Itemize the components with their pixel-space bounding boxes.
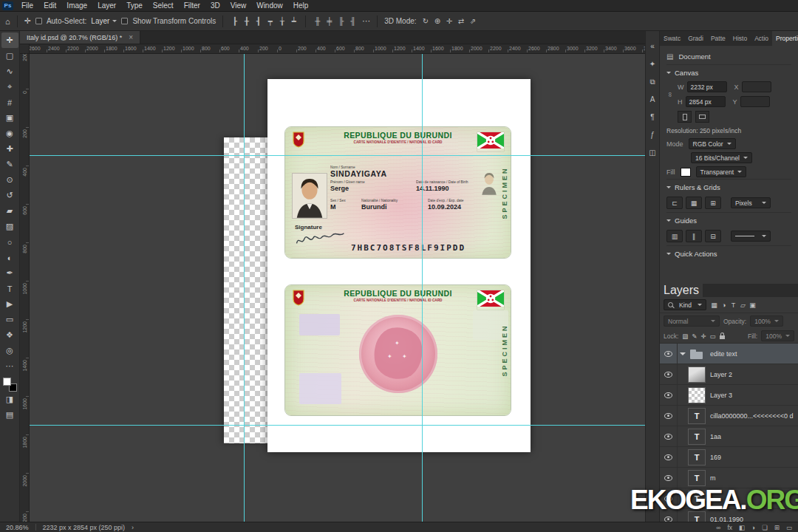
menu-item[interactable]: Window <box>251 0 288 11</box>
lock-transparency-icon[interactable]: ▨ <box>682 332 688 340</box>
more-options-icon[interactable]: ⋯ <box>362 16 370 26</box>
collapse-dock-icon[interactable]: « <box>650 41 655 51</box>
brushes-panel-icon[interactable]: ✦ <box>649 59 655 69</box>
delete-layer-icon[interactable]: ▭ <box>786 524 792 531</box>
visibility-toggle[interactable] <box>660 385 678 405</box>
edit-toolbar-icon[interactable]: ⋯ <box>1 358 18 374</box>
menu-item[interactable]: Filter <box>179 0 205 11</box>
layer-thumbnail[interactable]: T <box>688 470 706 486</box>
layer-thumbnail[interactable]: T <box>688 346 706 362</box>
tab-properties[interactable]: Properties <box>772 31 798 46</box>
horizontal-ruler[interactable]: 2600240022002000180016001400120010008006… <box>30 44 645 54</box>
layer-effects-icon[interactable]: fx <box>727 524 732 531</box>
filter-shape-layers-icon[interactable]: ▱ <box>738 301 748 309</box>
hand-tool[interactable]: ❖ <box>1 327 18 343</box>
pen-tool[interactable]: ✒ <box>1 265 18 281</box>
canvas-viewport[interactable]: 2600240022002000180016001400120010008006… <box>20 44 645 522</box>
eraser-tool[interactable]: ▰ <box>1 203 18 219</box>
distribute-vertical-icon[interactable]: ╪ <box>324 17 334 25</box>
layer-thumbnail[interactable]: T <box>688 429 706 445</box>
layer-row[interactable]: T Layer 3 <box>660 385 798 406</box>
orientation-portrait-button[interactable] <box>678 111 692 123</box>
canvas-height-input[interactable]: 2854 px <box>686 96 726 107</box>
fill-color-swatch[interactable] <box>681 168 691 177</box>
horizontal-guide[interactable] <box>30 155 645 156</box>
layer-name[interactable]: Layer 2 <box>710 371 732 378</box>
adjustment-layer-icon[interactable]: ◑ <box>751 524 755 531</box>
distribute-horizontal-icon[interactable]: ╫ <box>313 17 322 25</box>
layer-name[interactable]: cilla0000000...<<<<<<<<0 d <box>710 412 794 420</box>
move-tool[interactable]: ✛ <box>1 33 18 48</box>
distribute-left-icon[interactable]: ╟ <box>336 17 346 25</box>
toggle-rulers-button[interactable]: ⊏ <box>666 197 683 209</box>
fill-select[interactable]: Transparent <box>696 166 747 177</box>
layer-thumbnail[interactable]: T <box>688 387 706 403</box>
rulers-grids-section-header[interactable]: Rulers & Grids <box>666 179 791 194</box>
visibility-toggle[interactable] <box>660 344 678 364</box>
visibility-toggle[interactable] <box>660 447 678 467</box>
tab-patterns[interactable]: Patte <box>707 31 729 46</box>
layer-row[interactable]: T edite text <box>660 344 798 364</box>
dodge-tool[interactable]: ◐ <box>1 250 18 265</box>
layer-row[interactable]: T 1aa <box>660 426 798 447</box>
vertical-guide[interactable] <box>244 54 245 522</box>
expand-chevron-icon[interactable] <box>678 349 688 358</box>
link-layers-icon[interactable]: ∞ <box>716 524 720 531</box>
type-tool[interactable]: T <box>1 281 18 296</box>
3d-roll-icon[interactable]: ⊕ <box>433 17 443 25</box>
layer-thumbnail[interactable]: T <box>688 366 706 383</box>
screen-mode-icon[interactable]: ▤ <box>1 407 18 423</box>
menu-item[interactable]: Edit <box>38 0 61 11</box>
foreground-background-colors[interactable] <box>3 378 17 392</box>
quick-mask-icon[interactable]: ◨ <box>1 392 18 407</box>
clear-guides-button[interactable]: ⊟ <box>705 230 721 242</box>
clone-source-panel-icon[interactable]: ⧉ <box>649 77 655 86</box>
3d-slide-icon[interactable]: ⇄ <box>457 17 466 25</box>
status-chevron-icon[interactable]: › <box>132 524 134 531</box>
transparent-canvas-area[interactable] <box>224 137 267 443</box>
vertical-guide[interactable] <box>422 54 423 522</box>
menu-item[interactable]: 3D <box>205 0 225 11</box>
horizontal-guide[interactable] <box>30 425 645 426</box>
document-canvas[interactable]: REPUBLIQUE DU BURUNDI CARTE NATIONALE D'… <box>267 79 531 452</box>
guide-layout-button[interactable]: ∥ <box>686 230 702 242</box>
new-layer-icon[interactable]: ⊞ <box>774 524 780 531</box>
tab-actions[interactable]: Actio <box>751 31 772 46</box>
align-bottom-icon[interactable]: ┷ <box>289 17 299 25</box>
bit-depth-select[interactable]: 16 Bits/Channel <box>691 152 752 163</box>
toggle-grid-button[interactable]: ▦ <box>686 197 702 209</box>
guides-section-header[interactable]: Guides <box>666 212 791 228</box>
document-tab[interactable]: Italy id.psd @ 20.7% (RGB/16) * × <box>20 31 140 44</box>
snap-button[interactable]: ⊞ <box>705 197 721 209</box>
tab-layers[interactable]: Layers <box>660 284 703 297</box>
ruler-origin-corner[interactable] <box>20 44 30 54</box>
guide-style-select[interactable] <box>731 231 771 242</box>
color-mode-select[interactable]: RGB Color <box>689 138 736 149</box>
layer-group-icon[interactable]: ❏ <box>762 524 768 531</box>
layer-filter-kind-select[interactable]: Kind <box>664 299 706 310</box>
canvas-section-header[interactable]: Canvas <box>666 64 791 80</box>
visibility-toggle[interactable] <box>660 364 678 384</box>
frame-tool[interactable]: ▣ <box>1 110 18 126</box>
lasso-tool[interactable]: ∿ <box>1 64 18 79</box>
align-right-icon[interactable]: ┨ <box>253 17 263 25</box>
add-guides-button[interactable]: ▥ <box>666 230 683 242</box>
filter-adjustment-layers-icon[interactable]: ◑ <box>719 301 729 309</box>
units-select[interactable]: Pixels <box>731 197 771 208</box>
visibility-toggle[interactable] <box>660 406 678 426</box>
blur-tool[interactable]: ○ <box>1 234 18 250</box>
paragraph-panel-icon[interactable]: ¶ <box>650 112 654 122</box>
layer-thumbnail[interactable]: T <box>688 408 706 424</box>
align-top-icon[interactable]: ┯ <box>265 17 275 25</box>
shape-tool[interactable]: ▭ <box>1 312 18 327</box>
lock-position-icon[interactable]: ✛ <box>700 332 706 340</box>
auto-select-target-select[interactable]: Layer <box>91 17 117 25</box>
clone-stamp-tool[interactable]: ⊙ <box>1 172 18 188</box>
show-transform-checkbox[interactable] <box>121 18 128 24</box>
brush-tool[interactable]: ✎ <box>1 157 18 172</box>
menu-item[interactable]: View <box>225 0 252 11</box>
marquee-tool[interactable]: ▢ <box>1 48 18 64</box>
lock-all-icon[interactable] <box>720 335 725 339</box>
filter-pixel-layers-icon[interactable]: ▦ <box>709 301 719 309</box>
align-center-horizontal-icon[interactable]: ╂ <box>242 17 251 25</box>
